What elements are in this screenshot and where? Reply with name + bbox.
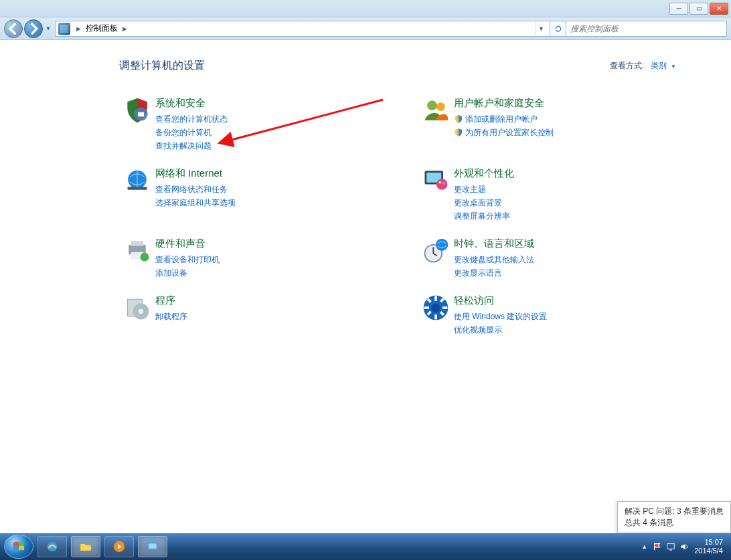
hardware-sound-icon[interactable] [123,236,152,266]
action-center-popup[interactable]: 解决 PC 问题: 3 条重要消息 总共 4 条消息 [617,501,731,533]
svg-rect-23 [434,314,437,319]
category-heading[interactable]: 外观和个性化 [454,167,514,180]
user-accounts-icon[interactable] [421,96,451,125]
sublink-label: 更改桌面背景 [454,196,502,209]
sublink-label: 选择家庭组和共享选项 [155,196,236,209]
breadcrumb-arrow-icon: ▶ [120,25,129,32]
category-heading[interactable]: 轻松访问 [454,294,547,307]
search-input[interactable] [570,24,722,33]
category-heading[interactable]: 硬件和声音 [155,238,220,250]
category-sublink[interactable]: 查找并解决问题 [155,139,228,153]
svg-point-8 [436,179,448,190]
category-sublink[interactable]: 为所有用户设置家长控制 [454,126,554,139]
sublink-label: 查看您的计算机状态 [155,112,228,126]
page-title: 调整计算机的设置 [119,59,205,73]
svg-rect-36 [669,549,672,550]
category-sublink[interactable]: 更改显示语言 [454,266,534,280]
sublink-label: 调整屏幕分辨率 [454,209,510,223]
arrow-right-icon [25,20,42,37]
ease-of-access-icon[interactable] [421,293,451,322]
category-sublink[interactable]: 备份您的计算机 [155,126,228,139]
svg-point-21 [432,304,440,312]
taskbar-clock[interactable]: 15:07 2014/5/4 [694,538,727,555]
svg-rect-24 [424,306,429,309]
category-sublink[interactable]: 查看您的计算机状态 [155,112,228,126]
control-panel-icon [145,539,160,554]
category-sublink[interactable]: 优化视频显示 [454,323,547,337]
start-button[interactable] [4,535,33,559]
svg-rect-22 [434,296,437,301]
view-by-selector[interactable]: 查看方式: 类别 ▼ [610,60,676,72]
category-sublink[interactable]: 使用 Windows 建议的设置 [454,310,547,323]
category-sublink[interactable]: 添加或删除用户帐户 [454,112,554,126]
clock-language-icon[interactable] [421,236,451,266]
category-heading[interactable]: 用户帐户和家庭安全 [454,97,554,110]
svg-point-19 [139,309,143,314]
taskbar-control-panel-button[interactable] [138,536,167,557]
refresh-button[interactable] [550,21,566,37]
sublink-label: 查看设备和打印机 [155,253,220,266]
content-area: 调整计算机的设置 查看方式: 类别 ▼ 系统和安全查看您的计算机状态备份您的计算… [0,40,731,533]
taskbar: ▲ 15:07 2014/5/4 [0,533,731,560]
category-system-security: 系统和安全查看您的计算机状态备份您的计算机查找并解决问题 [119,96,404,153]
chevron-down-icon: ▼ [671,64,676,70]
category-sublink[interactable]: 卸载程序 [155,310,187,323]
sublink-label: 卸载程序 [155,310,187,323]
system-security-icon[interactable] [123,96,152,125]
svg-point-16 [436,239,448,251]
category-sublink[interactable]: 查看网络状态和任务 [155,183,236,196]
taskbar-media-button[interactable] [104,536,134,557]
category-sublink[interactable]: 更改主题 [454,183,514,196]
category-hardware-sound: 硬件和声音查看设备和打印机添加设备 [119,236,404,280]
close-button[interactable]: ✕ [710,3,728,15]
flag-icon[interactable] [653,542,662,551]
notif-line-2: 总共 4 条消息 [625,517,724,529]
navigation-bar: ▼ ▶ 控制面板 ▶ ▼ [0,17,731,40]
category-ease-of-access: 轻松访问使用 Windows 建议的设置优化视频显示 [418,293,703,337]
sublink-label: 添加设备 [155,266,187,280]
category-heading[interactable]: 网络和 Internet [155,167,236,180]
category-sublink[interactable]: 更改桌面背景 [454,196,514,209]
address-bar[interactable]: ▶ 控制面板 ▶ ▼ [55,21,550,37]
volume-icon[interactable] [679,542,689,551]
arrow-left-icon [5,20,22,37]
programs-icon[interactable] [123,293,152,322]
clock-date: 2014/5/4 [694,547,723,555]
svg-point-14 [141,253,149,262]
svg-point-9 [439,181,442,184]
view-by-value[interactable]: 类别 [651,61,667,70]
maximize-button[interactable]: ▭ [689,3,708,15]
minimize-button[interactable]: ─ [669,3,688,15]
category-user-accounts: 用户帐户和家庭安全添加或删除用户帐户为所有用户设置家长控制 [418,96,703,153]
category-sublink[interactable]: 调整屏幕分辨率 [454,209,514,223]
category-sublink[interactable]: 查看设备和打印机 [155,253,220,266]
forward-button[interactable] [24,19,43,38]
breadcrumb-arrow-icon: ▶ [74,25,83,32]
notif-line-1: 解决 PC 问题: 3 条重要消息 [625,506,724,517]
search-box[interactable] [566,21,727,37]
sublink-label: 查看网络状态和任务 [155,183,228,196]
category-sublink[interactable]: 更改键盘或其他输入法 [454,253,534,266]
back-button[interactable] [4,19,23,38]
svg-rect-1 [138,112,144,116]
windows-logo-icon [11,539,27,555]
category-sublink[interactable]: 选择家庭组和共享选项 [155,196,236,209]
recent-pages-dropdown[interactable]: ▼ [44,22,52,35]
taskbar-explorer-button[interactable] [71,536,100,557]
breadcrumb-item[interactable]: 控制面板 [83,23,120,34]
category-heading[interactable]: 系统和安全 [155,97,228,110]
clock-time: 15:07 [694,538,723,547]
category-sublink[interactable]: 添加设备 [155,266,220,280]
system-tray: ▲ 15:07 2014/5/4 [641,538,727,555]
appearance-icon[interactable] [421,166,451,195]
network-internet-icon[interactable] [123,166,152,195]
sublink-label: 使用 Windows 建议的设置 [454,310,547,323]
tray-overflow-icon[interactable]: ▲ [641,543,647,550]
control-panel-icon [58,23,70,35]
address-dropdown-icon[interactable]: ▼ [535,21,547,36]
category-heading[interactable]: 时钟、语言和区域 [454,238,534,250]
category-heading[interactable]: 程序 [155,294,187,307]
network-icon[interactable] [666,542,675,551]
sublink-label: 更改键盘或其他输入法 [454,253,534,266]
taskbar-ie-button[interactable] [37,536,67,557]
